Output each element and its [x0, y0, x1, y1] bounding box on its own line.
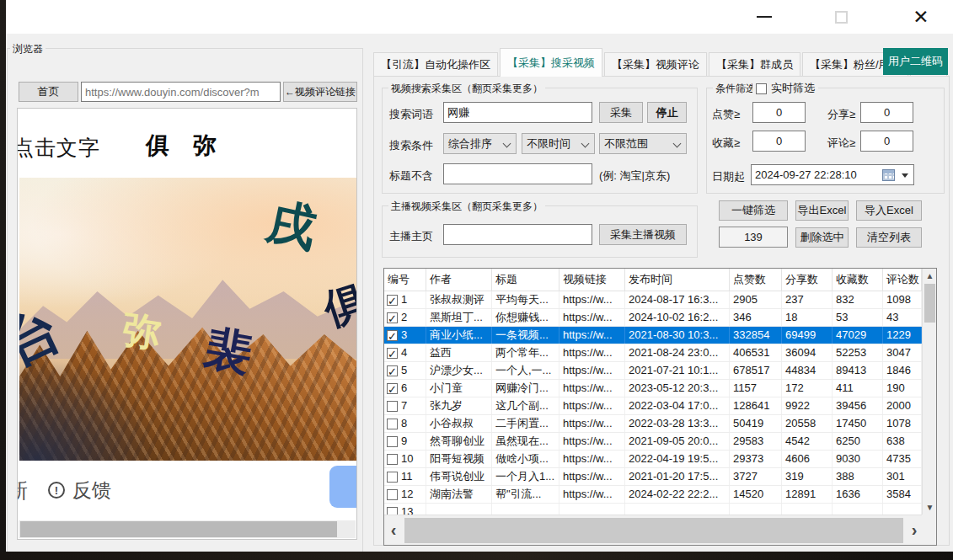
favorites-filter-input[interactable]: 0 — [752, 131, 806, 152]
row-checkbox[interactable] — [387, 330, 398, 341]
delete-selected-button[interactable]: 删除选中 — [795, 227, 849, 248]
table-row-1[interactable]: 1张叔叔测评平均每天...https://w...2024-08-17 16:3… — [384, 291, 922, 309]
cell-number: 3 — [384, 327, 426, 344]
comments-filter-input[interactable]: 0 — [860, 131, 913, 152]
export-excel-button[interactable]: 导出Excel — [795, 200, 849, 221]
clear-list-button[interactable]: 清空列表 — [856, 227, 922, 248]
captcha-char-xu[interactable]: 戌 — [263, 197, 321, 255]
tab-1[interactable]: 【采集】搜采视频 — [500, 48, 602, 77]
exclude-input[interactable] — [443, 163, 592, 184]
tab-3[interactable]: 【采集】群成员 — [709, 52, 800, 77]
import-excel-button[interactable]: 导入Excel — [856, 200, 922, 221]
table-body: 1张叔叔测评平均每天...https://w...2024-08-17 16:3… — [384, 291, 922, 515]
row-checkbox[interactable] — [387, 348, 398, 359]
shares-filter-input[interactable]: 0 — [860, 102, 913, 123]
scroll-down-icon[interactable]: ▼ — [923, 500, 937, 515]
column-header-7[interactable]: 收藏数 — [833, 269, 883, 291]
row-checkbox[interactable] — [387, 312, 398, 323]
checkbox-icon[interactable] — [756, 83, 767, 94]
column-header-1[interactable]: 作者 — [426, 269, 492, 291]
scrollbar-thumb[interactable] — [924, 284, 935, 323]
dropdown-arrow-icon[interactable] — [902, 173, 908, 178]
row-checkbox[interactable] — [387, 383, 398, 394]
scrollbar-thumb[interactable] — [404, 518, 903, 543]
likes-filter-input[interactable]: 0 — [752, 102, 806, 123]
captcha-confirm-button[interactable] — [329, 466, 357, 508]
captcha-char-ju[interactable]: 俱 — [319, 278, 357, 331]
tab-0[interactable]: 【引流】自动化操作区 — [373, 52, 498, 77]
table-row-4[interactable]: 4益西两个常年...https://w...2021-08-24 23:0...… — [384, 344, 922, 362]
cell-likes: 678517 — [730, 362, 782, 379]
column-header-3[interactable]: 视频链接 — [559, 269, 625, 291]
table-row-3[interactable]: 3商业小纸...一条视频...https://w...2021-08-30 10… — [384, 327, 922, 344]
table-row-2[interactable]: 2黑斯坦丁...你想赚钱...https://w...2024-10-02 16… — [384, 309, 922, 327]
table-row-9[interactable]: 9然哥聊创业虽然现在...https://w...2021-09-05 20:0… — [384, 433, 922, 451]
table-row-12[interactable]: 12湖南法警帮"引流...https://w...2024-02-22 22:2… — [384, 486, 922, 504]
chevron-down-icon — [503, 140, 511, 148]
table-row-11[interactable]: 11伟哥说创业一个月入1...https://w...2021-01-20 17… — [384, 468, 922, 486]
collect-button[interactable]: 采集 — [599, 102, 643, 123]
table-row-13[interactable]: 13 — [384, 504, 922, 515]
collect-anchor-videos-button[interactable]: 采集主播视频 — [599, 224, 687, 245]
column-header-6[interactable]: 分享数 — [782, 269, 833, 291]
user-qrcode-button[interactable]: 用户二维码 — [883, 48, 948, 75]
browser-horizontal-scrollbar[interactable] — [19, 520, 356, 538]
range-select[interactable]: 不限范围 — [599, 133, 687, 154]
row-checkbox[interactable] — [387, 419, 398, 429]
scrollbar-thumb[interactable] — [20, 521, 337, 537]
row-checkbox[interactable] — [387, 472, 398, 483]
table-row-10[interactable]: 10阳哥短视频做啥小项...https://w...2022-04-19 19:… — [384, 451, 922, 468]
cell-likes: 29373 — [730, 451, 782, 467]
row-checkbox[interactable] — [387, 295, 398, 306]
column-header-5[interactable]: 点赞数 — [730, 269, 782, 291]
cell-likes: 3727 — [730, 468, 782, 485]
feedback-link[interactable]: 反馈 — [72, 477, 111, 504]
realtime-filter-checkbox[interactable]: 实时筛选 — [752, 81, 818, 96]
date-from-picker[interactable]: 2024-09-27 22:28:10 — [751, 164, 914, 185]
captcha-char-tai[interactable]: 台 — [19, 301, 69, 373]
vertical-scrollbar[interactable]: ▲ ▼ — [922, 269, 936, 515]
video-comment-link-button[interactable]: ←视频评论链接 — [283, 82, 357, 102]
close-button[interactable]: ✕ — [902, 0, 940, 34]
anchor-home-input[interactable] — [443, 224, 592, 245]
cell-comments: 1098 — [883, 291, 922, 308]
one-key-filter-button[interactable]: 一键筛选 — [719, 200, 788, 221]
column-header-8[interactable]: 评论数 — [883, 269, 922, 291]
scroll-up-icon[interactable]: ▲ — [923, 269, 937, 283]
table-row-7[interactable]: 7张九岁这几个副...https://w...2022-03-04 17:0..… — [384, 397, 922, 415]
refresh-link-partial[interactable]: 新 — [17, 477, 28, 504]
row-checkbox[interactable] — [387, 489, 398, 500]
captcha-char-pei[interactable]: 裴 — [201, 324, 256, 379]
row-checkbox[interactable] — [387, 401, 398, 412]
cell-likes: 406531 — [730, 344, 782, 361]
stop-button[interactable]: 停止 — [647, 102, 687, 123]
row-checkbox[interactable] — [387, 507, 398, 515]
table-row-5[interactable]: 5沪漂少女...一个人,一...https://w...2021-07-21 1… — [384, 362, 922, 380]
row-checkbox[interactable] — [387, 454, 398, 465]
keyword-input[interactable]: 网赚 — [443, 102, 592, 123]
time-select[interactable]: 不限时间 — [522, 133, 595, 154]
sort-select[interactable]: 综合排序 — [443, 133, 517, 154]
horizontal-scrollbar[interactable]: ‹ › — [384, 515, 924, 545]
row-checkbox[interactable] — [387, 436, 398, 447]
captcha-char-mi[interactable]: 弥 — [120, 310, 163, 354]
column-header-4[interactable]: 发布时间 — [625, 269, 730, 291]
calendar-icon[interactable] — [882, 169, 895, 181]
cell-number: 6 — [384, 380, 426, 397]
row-checkbox[interactable] — [387, 365, 398, 376]
minimize-button[interactable] — [745, 0, 784, 34]
table-row-8[interactable]: 8小谷叔叔二手闲置...https://w...2022-03-28 13:3.… — [384, 415, 922, 433]
home-button[interactable]: 首页 — [19, 82, 78, 102]
url-input[interactable]: https://www.douyin.com/discover?m — [81, 82, 281, 102]
scroll-right-icon[interactable]: › — [905, 515, 924, 546]
comments-filter-label: 评论≥ — [827, 136, 855, 151]
table-row-6[interactable]: 6小门童网赚冷门...https://w...2023-05-12 20:3..… — [384, 380, 922, 397]
row-number: 6 — [401, 380, 407, 397]
tab-2[interactable]: 【采集】视频评论 — [604, 52, 707, 77]
maximize-button[interactable] — [822, 0, 860, 34]
column-header-0[interactable]: 编号 — [384, 269, 426, 291]
scroll-left-icon[interactable]: ‹ — [384, 515, 403, 546]
captcha-image[interactable]: 台 戌 弥 裴 俱 — [19, 178, 357, 461]
column-header-2[interactable]: 标题 — [492, 269, 559, 291]
captcha-instruction: 点击文字 — [17, 134, 100, 162]
